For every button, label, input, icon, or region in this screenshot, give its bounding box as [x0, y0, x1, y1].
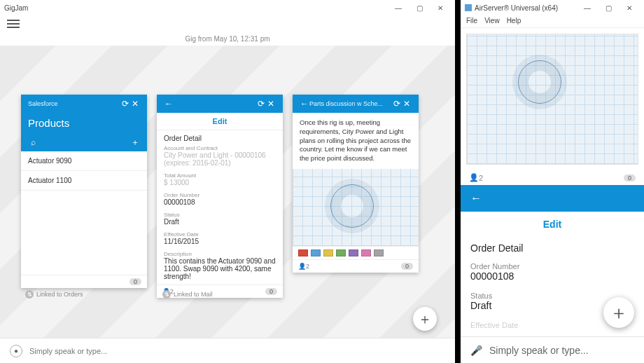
link-icon: ⇅	[25, 290, 34, 299]
menu-row: File View Help	[461, 15, 644, 28]
field-label: Order Number	[164, 192, 276, 198]
swatch-blue[interactable]	[311, 249, 321, 256]
field-value: City Power and Light - 00000106 (expires…	[164, 151, 276, 167]
close-icon[interactable]: ✕	[402, 99, 412, 109]
field-label: Status	[164, 212, 276, 218]
refresh-icon[interactable]: ⟳	[256, 99, 266, 109]
products-source: Salesforce	[28, 100, 120, 107]
message-body: Once this rig is up, meeting requirement…	[293, 113, 419, 169]
blueprint-image	[466, 34, 638, 165]
linked-mail[interactable]: ⇅ Linked to Mail	[162, 290, 213, 299]
list-item[interactable]: Actuator 9090	[21, 151, 147, 171]
comment-count[interactable]: 0	[265, 288, 277, 295]
speak-bar: ● Simply speak or type...	[0, 338, 455, 363]
meta-row: 👤 2 0	[461, 170, 644, 185]
back-icon[interactable]: ←	[164, 99, 174, 109]
speak-bar: 🎤 Simply speak or type...	[461, 336, 644, 363]
field-label: Order Number	[470, 262, 634, 270]
products-card: Salesforce ⟳ ✕ Products ⌕ ＋ Actuator 909…	[21, 95, 147, 288]
field-value: This contains the Actuator 9090 and 1100…	[164, 257, 276, 280]
edit-label[interactable]: Edit	[461, 212, 644, 237]
linked-orders[interactable]: ⇅ Linked to Orders	[25, 290, 83, 299]
swatch-red[interactable]	[298, 249, 308, 256]
field-label: Account and Contract	[164, 145, 276, 151]
gigjam-window: GigJam — ▢ ✕ Gig from May 10, 12:31 pm S…	[0, 0, 455, 363]
swatch-yellow[interactable]	[323, 249, 333, 256]
menu-view[interactable]: View	[484, 17, 500, 25]
field-label: Total Amount	[164, 172, 276, 179]
mobile-back-bar[interactable]: ←	[461, 185, 644, 212]
message-card: ← Parts discussion w Sche... ⟳ ✕ Once th…	[293, 95, 419, 273]
mic-icon[interactable]: 🎤	[470, 345, 482, 356]
hamburger-icon[interactable]	[7, 20, 20, 28]
airserver-window: AirServer® Universal (x64) — ▢ ✕ File Vi…	[461, 0, 644, 363]
people-count: 2	[479, 174, 483, 182]
gig-subtitle: Gig from May 10, 12:31 pm	[0, 32, 455, 46]
list-item[interactable]: Actuator 1100	[21, 171, 147, 191]
minimize-button[interactable]: —	[577, 4, 598, 12]
swatch-gray[interactable]	[374, 249, 384, 256]
speak-placeholder[interactable]: Simply speak or type...	[29, 347, 107, 355]
field-value: 11/16/2015	[164, 238, 276, 245]
people-count: 2	[306, 263, 309, 270]
field-value: 00000108	[470, 270, 634, 282]
comment-count[interactable]: 0	[624, 174, 636, 182]
comment-count[interactable]: 0	[401, 263, 413, 270]
swatch-purple[interactable]	[349, 249, 358, 256]
card-footer: 0	[21, 275, 147, 288]
menu-file[interactable]: File	[466, 17, 477, 25]
app-icon	[465, 4, 472, 11]
products-heading: Products	[28, 117, 140, 129]
link-icon: ⇅	[162, 290, 171, 299]
app-title: GigJam	[4, 4, 28, 12]
field-label: Effective Date	[164, 231, 276, 238]
people-icon: 👤	[469, 173, 479, 182]
titlebar: GigJam — ▢ ✕	[0, 0, 455, 15]
order-card: ← ⟳ ✕ Edit Order Detail Account and Cont…	[157, 95, 283, 298]
close-button[interactable]: ✕	[430, 4, 451, 12]
card-footer: 👤2 0	[293, 259, 419, 273]
field-value: $ 13000	[164, 179, 276, 186]
maximize-button[interactable]: ▢	[409, 4, 430, 12]
people-icon: 👤	[298, 263, 306, 270]
add-fab[interactable]: ＋	[603, 297, 634, 328]
menu-help[interactable]: Help	[507, 17, 522, 25]
back-icon[interactable]: ←	[300, 99, 309, 109]
maximize-button[interactable]: ▢	[598, 4, 619, 12]
blueprint-image	[293, 169, 419, 246]
refresh-icon[interactable]: ⟳	[120, 99, 130, 109]
add-icon[interactable]: ＋	[130, 137, 140, 147]
field-label: Description	[164, 251, 276, 257]
menubar	[0, 15, 455, 32]
titlebar: AirServer® Universal (x64) — ▢ ✕	[461, 0, 644, 15]
color-swatches	[293, 246, 419, 259]
swatch-green[interactable]	[336, 249, 346, 256]
close-icon[interactable]: ✕	[266, 99, 276, 109]
comment-count[interactable]: 0	[130, 278, 141, 285]
app-title: AirServer® Universal (x64)	[475, 4, 558, 12]
edit-label[interactable]: Edit	[157, 113, 283, 130]
search-icon[interactable]: ⌕	[28, 137, 38, 147]
canvas: Salesforce ⟳ ✕ Products ⌕ ＋ Actuator 909…	[0, 46, 455, 338]
minimize-button[interactable]: —	[388, 4, 409, 12]
section-order-detail: Order Detail	[461, 237, 644, 259]
message-title: Parts discussion w Sche...	[309, 100, 392, 107]
section-order-detail: Order Detail	[157, 130, 283, 144]
mobile-view: 👤 2 0 ← Edit Order Detail Order Number 0…	[461, 28, 644, 363]
close-button[interactable]: ✕	[619, 4, 640, 12]
refresh-icon[interactable]: ⟳	[392, 99, 402, 109]
field-value: 00000108	[164, 198, 276, 206]
speak-placeholder[interactable]: Simply speak or type...	[489, 345, 589, 356]
add-fab[interactable]: ＋	[413, 307, 437, 331]
mic-icon[interactable]: ●	[10, 345, 22, 357]
field-value: Draft	[164, 218, 276, 226]
swatch-pink[interactable]	[361, 249, 371, 256]
close-icon[interactable]: ✕	[130, 99, 140, 109]
